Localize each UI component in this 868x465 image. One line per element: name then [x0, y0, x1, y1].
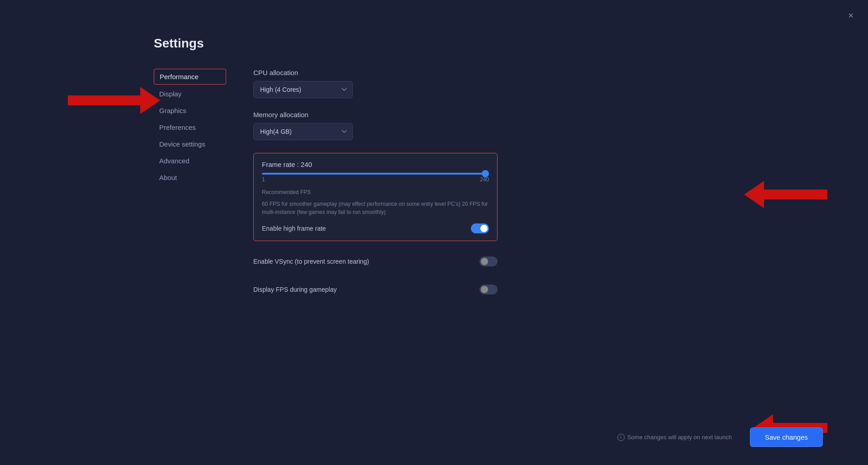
- footer: i Some changes will apply on next launch…: [154, 427, 823, 447]
- display-fps-label: Display FPS during gameplay: [253, 286, 337, 293]
- sidebar-item-device-settings[interactable]: Device settings: [154, 137, 226, 152]
- recommended-fps-label: Recommended FPS: [262, 189, 489, 195]
- slider-min-label: 1: [262, 176, 265, 183]
- high-framerate-label: Enable high frame rate: [262, 225, 326, 232]
- sidebar-item-preferences[interactable]: Preferences: [154, 120, 226, 135]
- memory-allocation-dropdown[interactable]: High(4 GB) Medium(2 GB) Low(1 GB): [253, 123, 353, 140]
- recommended-fps-desc: 60 FPS for smoother gameplay (may effect…: [262, 200, 489, 216]
- framerate-title: Frame rate : 240: [262, 161, 489, 168]
- framerate-slider[interactable]: [262, 173, 489, 175]
- vsync-row: Enable VSync (to prevent screen tearing): [253, 254, 498, 269]
- sidebar-item-about[interactable]: About: [154, 170, 226, 185]
- slider-max-label: 240: [480, 176, 489, 183]
- arrow-performance: [68, 87, 160, 114]
- settings-body: Performance Display Graphics Preferences…: [154, 69, 823, 438]
- main-content: CPU allocation High (4 Cores) Medium (2 …: [253, 69, 823, 438]
- cpu-allocation-label: CPU allocation: [253, 69, 823, 76]
- cpu-allocation-section: CPU allocation High (4 Cores) Medium (2 …: [253, 69, 823, 98]
- sidebar-item-graphics[interactable]: Graphics: [154, 103, 226, 118]
- sidebar: Performance Display Graphics Preferences…: [154, 69, 226, 438]
- slider-labels: 1 240: [262, 176, 489, 183]
- footer-note: i Some changes will apply on next launch: [617, 434, 732, 441]
- sidebar-item-display[interactable]: Display: [154, 86, 226, 101]
- memory-allocation-label: Memory allocation: [253, 111, 823, 119]
- display-fps-row: Display FPS during gameplay: [253, 282, 498, 297]
- toggle-thumb: [480, 225, 488, 232]
- vsync-label: Enable VSync (to prevent screen tearing): [253, 258, 369, 265]
- high-framerate-toggle-row: Enable high frame rate: [262, 223, 489, 233]
- vsync-toggle-thumb: [481, 258, 488, 265]
- info-icon: i: [617, 434, 625, 441]
- vsync-toggle[interactable]: [479, 256, 498, 266]
- display-fps-toggle[interactable]: [479, 285, 498, 294]
- sidebar-item-advanced[interactable]: Advanced: [154, 153, 226, 168]
- memory-allocation-section: Memory allocation High(4 GB) Medium(2 GB…: [253, 111, 823, 140]
- framerate-box: Frame rate : 240 1 240 Recommended FPS 6…: [253, 153, 498, 241]
- page-title: Settings: [154, 36, 823, 51]
- framerate-slider-container: 1 240: [262, 173, 489, 183]
- cpu-allocation-dropdown[interactable]: High (4 Cores) Medium (2 Cores) Low (1 C…: [253, 81, 353, 98]
- close-button[interactable]: ×: [848, 11, 854, 20]
- sidebar-item-performance[interactable]: Performance: [154, 69, 226, 85]
- save-changes-button[interactable]: Save changes: [750, 427, 823, 447]
- display-fps-toggle-thumb: [481, 286, 488, 293]
- high-framerate-toggle[interactable]: [471, 223, 489, 233]
- settings-container: Settings Performance Display Graphics Pr…: [154, 36, 823, 438]
- footer-note-text: Some changes will apply on next launch: [627, 434, 732, 441]
- close-icon: ×: [848, 10, 854, 20]
